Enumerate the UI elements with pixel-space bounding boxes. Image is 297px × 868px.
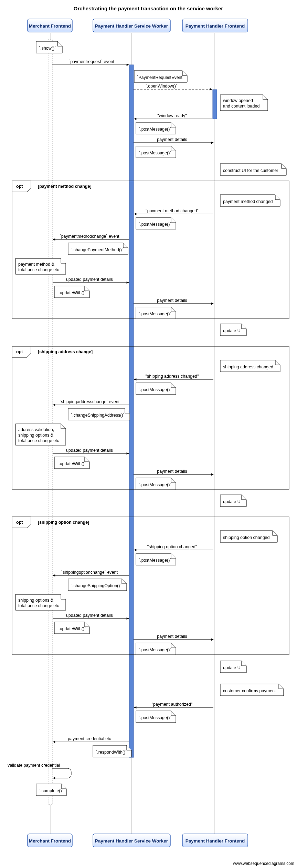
svg-text:update UI: update UI bbox=[223, 665, 242, 670]
participant-sw-bottom: Payment Handler Service Worker bbox=[93, 834, 170, 847]
svg-text:`.updateWith()`: `.updateWith()` bbox=[57, 290, 86, 295]
svg-text:shipping address changed: shipping address changed bbox=[223, 365, 273, 369]
svg-text:total price change etc: total price change etc bbox=[18, 438, 59, 443]
note-postmsg-3: `.postMessage()` bbox=[136, 217, 176, 229]
msg-validate bbox=[52, 768, 71, 778]
svg-text:`.complete()`: `.complete()` bbox=[39, 788, 63, 793]
note-postmsg-2: `.postMessage()` bbox=[136, 146, 176, 158]
note-customer-confirms: customer confirms payment bbox=[220, 684, 284, 696]
note-updatewith-3: `.updateWith()` bbox=[54, 622, 89, 634]
note-postmsg-8: `.postMessage()` bbox=[136, 643, 176, 655]
svg-text:Merchant Frontend: Merchant Frontend bbox=[29, 23, 71, 29]
svg-text:`.postMessage()`: `.postMessage()` bbox=[139, 312, 171, 316]
participant-merchant-bottom: Merchant Frontend bbox=[28, 834, 72, 847]
svg-text:`.postMessage()`: `.postMessage()` bbox=[139, 127, 171, 132]
note-postmsg-5: `.postMessage()` bbox=[136, 383, 176, 395]
note-updateui-2: update UI bbox=[220, 495, 246, 507]
svg-text:total price change etc: total price change etc bbox=[18, 603, 59, 608]
svg-text:Payment Handler Frontend: Payment Handler Frontend bbox=[185, 838, 245, 844]
msg-windowready-label: "window ready" bbox=[157, 113, 187, 118]
note-so-total: shipping options & total price change et… bbox=[15, 594, 66, 610]
svg-text:`PaymentRequestEvent`: `PaymentRequestEvent` bbox=[137, 75, 184, 80]
svg-text:total price change etc: total price change etc bbox=[18, 267, 59, 272]
participant-merchant-top: Merchant Frontend bbox=[28, 19, 72, 32]
svg-text:`.postMessage()`: `.postMessage()` bbox=[139, 715, 171, 720]
msg-openwindow-label: `.openWindow()` bbox=[146, 84, 177, 89]
svg-text:`.postMessage()`: `.postMessage()` bbox=[139, 558, 171, 563]
svg-text:shipping option changed: shipping option changed bbox=[223, 535, 270, 540]
msg-paymentdetails4-label: payment details bbox=[157, 634, 187, 639]
msg-updated1-label: updated payment details bbox=[66, 277, 113, 282]
opt-pm-label: opt bbox=[16, 184, 23, 189]
note-postmsg-6: `.postMessage()` bbox=[136, 478, 176, 490]
note-window-loaded: window opened and content loaded bbox=[220, 95, 268, 111]
svg-text:Payment Handler Service Worker: Payment Handler Service Worker bbox=[95, 838, 168, 844]
msg-paymentdetails2-label: payment details bbox=[157, 298, 187, 303]
msg-sachanged-label: "shipping address changed" bbox=[146, 374, 199, 379]
note-updatewith-2: `.updateWith()` bbox=[54, 457, 89, 469]
svg-text:payment method &: payment method & bbox=[18, 262, 55, 267]
msg-sochange-event-label: `shippingoptionchange` event bbox=[61, 570, 118, 575]
note-pm-total: payment method & total price change etc bbox=[15, 258, 66, 274]
note-postmsg-4: `.postMessage()` bbox=[136, 307, 176, 319]
svg-text:`.postMessage()`: `.postMessage()` bbox=[139, 151, 171, 155]
note-updatewith-1: `.updateWith()` bbox=[54, 286, 89, 298]
note-postmsg-1: `.postMessage()` bbox=[136, 122, 176, 134]
note-PRE: `PaymentRequestEvent` bbox=[134, 71, 187, 82]
svg-text:window opened: window opened bbox=[223, 98, 253, 103]
msg-sochanged-label: "shipping option changed" bbox=[147, 544, 197, 549]
msg-sachange-event-label: `shippingaddresschange` event bbox=[60, 399, 120, 404]
opt-sa-guard: [shipping address change] bbox=[38, 349, 93, 354]
svg-text:`.updateWith()`: `.updateWith()` bbox=[57, 626, 86, 631]
opt-sa-label: opt bbox=[16, 349, 23, 354]
svg-text:shipping options &: shipping options & bbox=[18, 598, 54, 603]
note-changePM: `.changePaymentMethod()` bbox=[68, 243, 128, 255]
note-complete: `.complete()` bbox=[36, 784, 66, 796]
opt-pm-guard: [payment method change] bbox=[38, 184, 92, 189]
msg-pmchanged-label: "payment method changed" bbox=[146, 208, 198, 213]
svg-text:`.show()`: `.show()` bbox=[39, 46, 56, 51]
opt-so-guard: [shipping option change] bbox=[38, 520, 89, 525]
svg-text:and content loaded: and content loaded bbox=[223, 104, 259, 109]
svg-text:update UI: update UI bbox=[223, 328, 242, 333]
note-sa-changed-right: shipping address changed bbox=[220, 360, 280, 372]
note-changeSA: `.changeShippingAddress()` bbox=[68, 408, 130, 420]
msg-paymentauth-label: "payment authorized" bbox=[152, 702, 193, 707]
svg-text:payment method changed: payment method changed bbox=[223, 199, 273, 204]
msg-paymentdetails1-label: payment details bbox=[157, 137, 187, 142]
msg-paymentdetails3-label: payment details bbox=[157, 469, 187, 474]
note-postmsg-7: `.postMessage()` bbox=[136, 553, 176, 565]
msg-validate-label: validate payment credential bbox=[8, 763, 60, 768]
msg-paymentrequest-label: `paymentrequest` event bbox=[69, 59, 115, 64]
svg-text:`.postMessage()`: `.postMessage()` bbox=[139, 482, 171, 487]
diagram-title: Orchestrating the payment transaction on… bbox=[74, 6, 223, 11]
sequence-diagram: Orchestrating the payment transaction on… bbox=[0, 0, 297, 868]
note-so-changed-right: shipping option changed bbox=[220, 531, 277, 542]
svg-text:`.postMessage()`: `.postMessage()` bbox=[139, 387, 171, 392]
note-updateui-1: update UI bbox=[220, 324, 246, 336]
svg-text:Merchant Frontend: Merchant Frontend bbox=[29, 838, 71, 844]
svg-text:`.changeShippingOption()`: `.changeShippingOption()` bbox=[71, 583, 121, 588]
participant-frontend-bottom: Payment Handler Frontend bbox=[182, 834, 248, 847]
note-addrval: address validation, shipping options & t… bbox=[15, 424, 66, 445]
activation-sw bbox=[129, 65, 134, 757]
participant-sw-top: Payment Handler Service Worker bbox=[93, 19, 170, 32]
svg-text:`.postMessage()`: `.postMessage()` bbox=[139, 647, 171, 652]
participant-frontend-top: Payment Handler Frontend bbox=[182, 19, 248, 32]
svg-text:shipping options &: shipping options & bbox=[18, 433, 54, 438]
msg-updated2-label: updated payment details bbox=[66, 448, 113, 453]
svg-text:`.postMessage()`: `.postMessage()` bbox=[139, 222, 171, 227]
svg-text:`.respondWith()`: `.respondWith()` bbox=[96, 750, 127, 755]
activation-frontend-1 bbox=[213, 90, 217, 119]
svg-text:address validation,: address validation, bbox=[18, 427, 54, 432]
svg-text:construct UI for the customer: construct UI for the customer bbox=[223, 168, 278, 173]
msg-pmchange-event-label: `paymentmethodchange` event bbox=[60, 234, 119, 239]
note-construct-ui: construct UI for the customer bbox=[220, 164, 286, 175]
svg-text:update UI: update UI bbox=[223, 499, 242, 504]
note-changeSO: `.changeShippingOption()` bbox=[68, 579, 127, 591]
svg-text:customer confirms payment: customer confirms payment bbox=[223, 688, 276, 693]
msg-paycred-label: payment credential etc bbox=[68, 736, 111, 741]
svg-text:`.changeShippingAddress()`: `.changeShippingAddress()` bbox=[71, 413, 125, 418]
svg-text:Payment Handler Service Worker: Payment Handler Service Worker bbox=[95, 23, 168, 29]
svg-text:`.changePaymentMethod()`: `.changePaymentMethod()` bbox=[71, 247, 123, 252]
